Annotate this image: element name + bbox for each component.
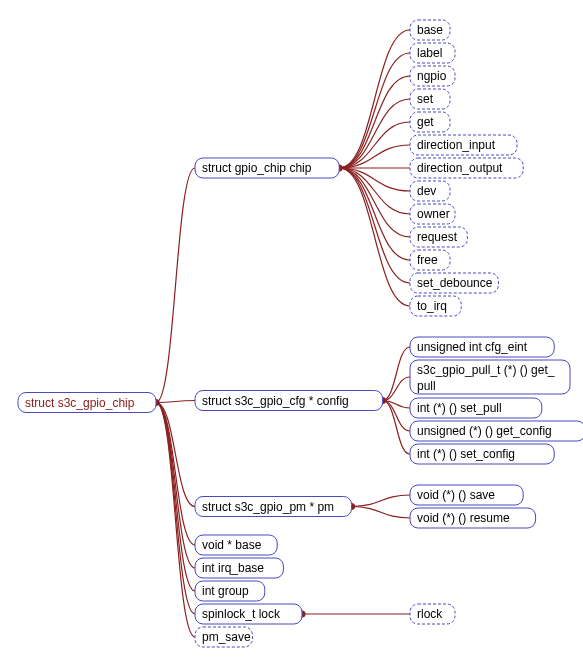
- tree-edge: [383, 401, 410, 455]
- tree-edge: [339, 168, 410, 260]
- tree-edge: [339, 30, 410, 168]
- tree-node-label: set: [417, 92, 434, 106]
- tree-node-label: label: [417, 46, 442, 60]
- tree-node-label: int (*) () set_config: [417, 447, 515, 461]
- tree-node-label: void * base: [202, 538, 262, 552]
- tree-node-label: request: [417, 230, 458, 244]
- tree-node-label: struct s3c_gpio_chip: [25, 396, 135, 410]
- tree-node-label: get: [417, 115, 434, 129]
- tree-edge: [156, 168, 195, 403]
- tree-node-label: unsigned (*) () get_config: [417, 424, 552, 438]
- tree-edge: [339, 168, 410, 283]
- tree-edge: [339, 168, 410, 214]
- tree-node-label: struct s3c_gpio_pm * pm: [202, 500, 334, 514]
- tree-edge: [339, 53, 410, 168]
- tree-node-label: direction_input: [417, 138, 496, 152]
- tree-node-label: to_irq: [417, 299, 447, 313]
- tree-edge: [156, 403, 195, 569]
- tree-node-label: dev: [417, 184, 436, 198]
- tree-node-label: rlock: [417, 607, 443, 621]
- svg-text:s3c_gpio_pull_t (*) () get_: s3c_gpio_pull_t (*) () get_: [417, 363, 555, 377]
- tree-node-label: base: [417, 23, 443, 37]
- tree-edge: [383, 347, 410, 401]
- tree-edge: [352, 495, 410, 507]
- tree-edge: [339, 168, 410, 306]
- tree-edge: [339, 122, 410, 168]
- tree-edge: [156, 401, 195, 403]
- tree-node-label: set_debounce: [417, 276, 493, 290]
- tree-node-label: int (*) () set_pull: [417, 401, 502, 415]
- tree-node-label: unsigned int cfg_eint: [417, 340, 528, 354]
- tree-node-label: struct gpio_chip chip: [202, 161, 312, 175]
- tree-node-label: int irq_base: [202, 561, 264, 575]
- tree-node-label: spinlock_t lock: [202, 607, 281, 621]
- tree-node-label: free: [417, 253, 438, 267]
- tree-edge: [339, 76, 410, 168]
- tree-edge: [383, 377, 410, 401]
- tree-node-label: pm_save: [202, 630, 251, 644]
- tree-node-label: int group: [202, 584, 249, 598]
- tree-node-label: struct s3c_gpio_cfg * config: [202, 394, 349, 408]
- tree-edge: [156, 403, 195, 507]
- tree-node-label: void (*) () resume: [417, 511, 510, 525]
- tree-node-label: void (*) () save: [417, 488, 495, 502]
- tree-node-label: ngpio: [417, 69, 447, 83]
- tree-node-label: direction_output: [417, 161, 503, 175]
- tree-edge: [156, 403, 195, 638]
- tree-node-label: owner: [417, 207, 450, 221]
- tree-edge: [156, 403, 195, 615]
- tree-edge: [352, 507, 410, 519]
- svg-text:pull: pull: [417, 379, 436, 393]
